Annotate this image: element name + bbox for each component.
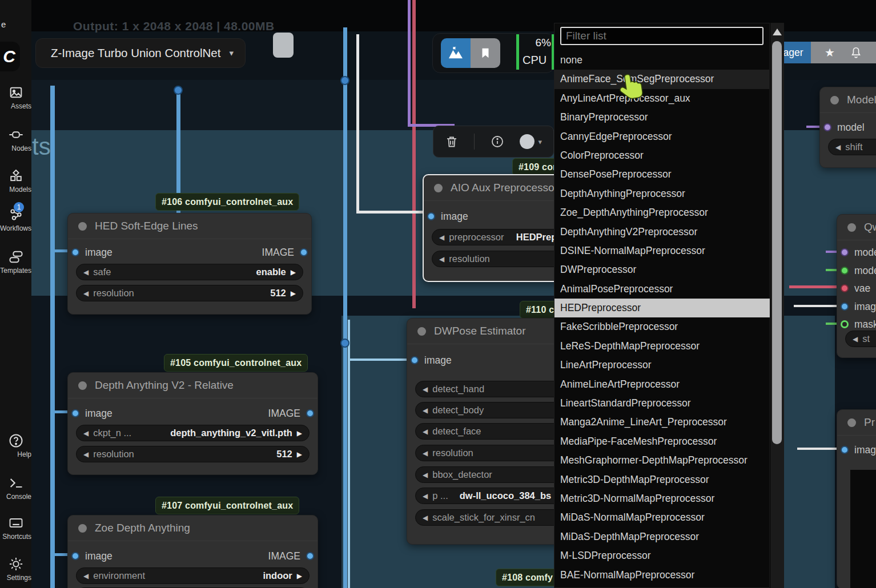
output-slot-image[interactable] — [300, 248, 308, 256]
decrement-icon[interactable]: ◀ — [423, 428, 428, 436]
decrement-icon[interactable]: ◀ — [423, 471, 428, 479]
input-slot-image[interactable] — [427, 212, 435, 220]
bookmark-button[interactable] — [471, 38, 500, 68]
collapse-dot-icon[interactable] — [78, 524, 87, 533]
sidebar-item-help[interactable]: Help — [0, 433, 31, 458]
decrement-icon[interactable]: ◀ — [423, 406, 428, 414]
filter-input[interactable] — [560, 27, 764, 45]
list-item[interactable]: MiDaS-NormalMapPreprocessor — [554, 508, 770, 527]
input-slot-image[interactable] — [841, 303, 849, 311]
sidebar-item-workflows[interactable]: 1 Workflows — [0, 207, 31, 232]
node-color-button[interactable] — [520, 134, 535, 149]
sidebar-item-settings[interactable]: Settings — [0, 556, 31, 582]
delete-node-button[interactable] — [445, 135, 459, 148]
sidebar-item-templates[interactable]: Templates — [0, 249, 31, 275]
sidebar-item-shortcuts[interactable]: Shortcuts — [0, 515, 31, 541]
decrement-icon[interactable]: ◀ — [83, 289, 89, 297]
list-item[interactable]: DepthAnythingPreprocessor — [554, 184, 770, 203]
widget-ckpt-name[interactable]: ◀ ckpt_n ... depth_anything_v2_vitl.pth … — [76, 425, 310, 441]
list-item[interactable]: DensePosePreprocessor — [554, 165, 770, 184]
decrement-icon[interactable]: ◀ — [853, 335, 858, 343]
decrement-icon[interactable]: ◀ — [439, 255, 444, 263]
scrollbar-thumb[interactable] — [772, 41, 782, 444]
list-item-selected[interactable]: HEDPreprocessor — [554, 299, 770, 317]
output-slot-image[interactable] — [306, 409, 314, 417]
list-item[interactable]: Manga2Anime_LineArt_Preprocessor — [554, 413, 770, 432]
widget-shift[interactable]: ◀ shift — [828, 139, 876, 155]
node-zoe-depth[interactable]: Zoe Depth Anything image IMAGE ◀ environ… — [67, 515, 318, 588]
collapse-dot-icon[interactable] — [78, 222, 87, 231]
list-item[interactable]: DSINE-NormalMapPreprocessor — [554, 241, 770, 260]
list-item[interactable]: M-LSDPreprocessor — [554, 546, 770, 565]
decrement-icon[interactable]: ◀ — [439, 233, 444, 241]
decrement-icon[interactable]: ◀ — [423, 514, 428, 522]
bell-icon[interactable] — [850, 46, 862, 59]
list-item[interactable]: AnimeLineArtPreprocessor — [554, 375, 770, 394]
collapse-dot-icon[interactable] — [847, 418, 856, 427]
node-model-sampling[interactable]: Model model ◀ shift — [819, 87, 876, 168]
workflow-title-dropdown[interactable]: Z-Image Turbo Union ControlNet ▾ — [35, 38, 246, 68]
widget-resolution[interactable]: ◀ resolution 512 ▶ — [76, 446, 310, 462]
increment-icon[interactable]: ▶ — [291, 289, 296, 297]
node-preview[interactable]: Pr image — [837, 409, 876, 588]
widget-environment[interactable]: ◀ environment indoor ▶ — [76, 567, 310, 584]
input-slot-model2[interactable] — [841, 267, 849, 275]
decrement-icon[interactable]: ◀ — [83, 268, 89, 276]
list-item-hovered[interactable]: AnimeFace_SemSegPreprocessor — [554, 70, 770, 88]
list-item[interactable]: DWPreprocessor — [554, 260, 770, 279]
decrement-icon[interactable]: ◀ — [423, 449, 428, 457]
list-item[interactable]: Zoe_DepthAnythingPreprocessor — [554, 203, 770, 222]
list-item[interactable]: ColorPreprocessor — [554, 146, 770, 165]
input-slot-model[interactable] — [823, 123, 831, 131]
decrement-icon[interactable]: ◀ — [423, 492, 428, 500]
sidebar-item-nodes[interactable]: Nodes — [0, 127, 31, 152]
collapse-dot-icon[interactable] — [417, 327, 426, 336]
node-hed-soft-edge[interactable]: HED Soft-Edge Lines image IMAGE ◀ safe e… — [67, 213, 312, 315]
list-item[interactable]: MeshGraphormer-DepthMapPreprocessor — [554, 451, 770, 470]
input-slot-image[interactable] — [411, 356, 419, 364]
list-item[interactable]: MediaPipe-FaceMeshPreprocessor — [554, 432, 770, 451]
list-item[interactable]: MiDaS-DepthMapPreprocessor — [554, 527, 770, 546]
widget-resolution[interactable]: ◀ resolution 512 ▶ — [76, 285, 303, 301]
sidebar-item-assets[interactable]: Assets — [0, 84, 31, 110]
input-slot-model[interactable] — [841, 248, 849, 256]
input-slot-image[interactable] — [71, 552, 79, 560]
list-item[interactable]: Metric3D-DepthMapPreprocessor — [554, 470, 770, 489]
node-info-button[interactable] — [491, 135, 504, 148]
list-item[interactable]: LeReS-DepthMapPreprocessor — [554, 337, 770, 356]
output-slot-image[interactable] — [306, 552, 314, 560]
list-item[interactable]: BAE-NormalMapPreprocessor — [554, 566, 770, 585]
star-icon[interactable]: ★ — [825, 46, 835, 59]
collapse-dot-icon[interactable] — [847, 223, 856, 232]
chevron-down-icon[interactable]: ▾ — [538, 138, 542, 146]
decrement-icon[interactable]: ◀ — [835, 143, 841, 151]
increment-icon[interactable]: ▶ — [291, 268, 296, 276]
list-item[interactable]: AnimalPosePreprocessor — [554, 280, 770, 299]
cpu-meter[interactable]: 6% CPU — [516, 34, 554, 70]
node-depth-anything-v2[interactable]: Depth Anything V2 - Relative image IMAGE… — [67, 372, 318, 475]
dropdown-scrollbar[interactable] — [770, 23, 784, 588]
decrement-icon[interactable]: ◀ — [83, 450, 89, 458]
reroute-dot-3[interactable] — [340, 339, 349, 348]
list-item[interactable]: LineartStandardPreprocessor — [554, 394, 770, 413]
input-slot-image[interactable] — [71, 248, 79, 256]
sidebar-item-models[interactable]: Models — [0, 168, 31, 194]
list-item[interactable]: Metric3D-NormalMapPreprocessor — [554, 489, 770, 508]
list-item[interactable]: BinaryPreprocessor — [554, 108, 770, 127]
widget-strength[interactable]: ◀ st — [845, 331, 876, 347]
run-queue-button[interactable] — [441, 38, 471, 68]
reroute-dot-1[interactable] — [174, 86, 183, 95]
node-qwen[interactable]: Qw model model vae image mask ◀ st — [837, 214, 876, 358]
scroll-up-arrow[interactable] — [773, 29, 782, 35]
list-item[interactable]: none — [554, 51, 770, 70]
input-slot-mask[interactable] — [841, 320, 849, 328]
input-slot-vae[interactable] — [841, 284, 849, 292]
input-slot-image[interactable] — [71, 409, 79, 417]
sidebar-item-console[interactable]: Console — [0, 475, 31, 501]
list-item[interactable]: FakeScribblePreprocessor — [554, 317, 770, 336]
list-item[interactable]: LineArtPreprocessor — [554, 356, 770, 374]
comfyui-logo[interactable]: C — [0, 42, 20, 71]
list-item[interactable]: DepthAnythingV2Preprocessor — [554, 223, 770, 241]
decrement-icon[interactable]: ◀ — [423, 385, 428, 393]
increment-icon[interactable]: ▶ — [297, 572, 302, 580]
